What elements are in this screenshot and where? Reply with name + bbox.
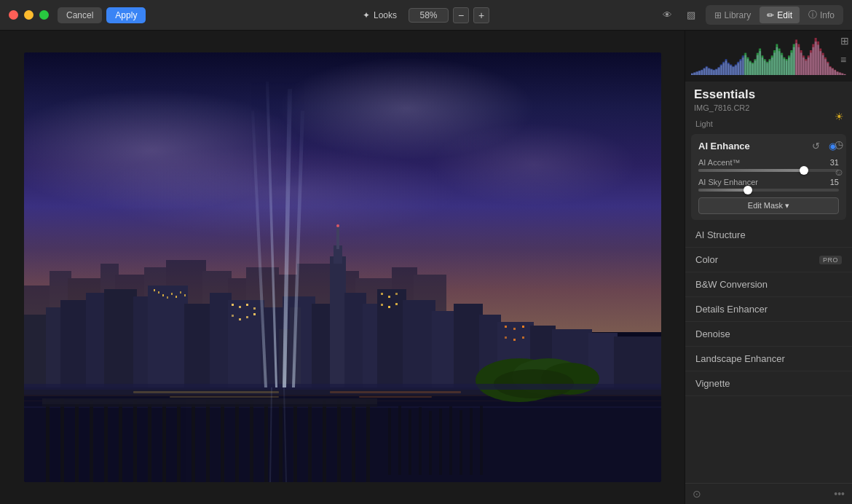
svg-rect-32 bbox=[167, 296, 168, 299]
apply-button[interactable]: Apply bbox=[106, 7, 146, 23]
ai-sky-label: AI Sky Enhancer bbox=[698, 178, 758, 186]
svg-rect-130 bbox=[359, 396, 432, 398]
panel-footer: ⊙ ••• bbox=[685, 483, 852, 504]
info-tab[interactable]: ⓘ Info bbox=[801, 7, 842, 23]
svg-rect-98 bbox=[162, 401, 166, 482]
ai-sky-fill bbox=[698, 189, 748, 192]
svg-rect-107 bbox=[293, 405, 297, 482]
preview-toggle-button[interactable]: 👁 bbox=[658, 7, 677, 23]
svg-rect-47 bbox=[253, 313, 256, 315]
edit-tab[interactable]: ✏ Edit bbox=[760, 7, 800, 23]
svg-rect-60 bbox=[381, 293, 383, 295]
ai-sky-thumb[interactable] bbox=[743, 186, 752, 194]
svg-rect-34 bbox=[175, 296, 177, 298]
zoom-out-button[interactable]: − bbox=[453, 7, 469, 23]
essentials-title: Essentials bbox=[694, 87, 843, 102]
svg-rect-85 bbox=[24, 384, 661, 390]
svg-rect-53 bbox=[330, 256, 346, 387]
ai-structure-section[interactable]: AI Structure bbox=[685, 223, 852, 248]
svg-rect-119 bbox=[429, 411, 432, 475]
denoise-section[interactable]: Denoise bbox=[685, 322, 852, 347]
brush-icon: ✦ bbox=[363, 10, 370, 20]
ai-accent-thumb[interactable] bbox=[800, 166, 808, 175]
svg-rect-117 bbox=[409, 409, 411, 475]
details-enhancer-section[interactable]: Details Enhancer bbox=[685, 297, 852, 322]
svg-rect-102 bbox=[221, 404, 224, 482]
svg-rect-36 bbox=[184, 294, 186, 296]
svg-rect-96 bbox=[133, 400, 137, 482]
filename-label: IMG_7816.CR2 bbox=[694, 103, 843, 112]
svg-rect-79 bbox=[513, 339, 516, 341]
vignette-section[interactable]: Vignette bbox=[685, 371, 852, 396]
face-tool-icon[interactable]: ☺ bbox=[830, 163, 848, 181]
mode-tab-group: ⊞ Library ✏ Edit ⓘ Info bbox=[706, 5, 843, 25]
svg-rect-109 bbox=[323, 401, 326, 482]
edit-mask-button[interactable]: Edit Mask ▾ bbox=[698, 197, 839, 214]
svg-rect-100 bbox=[192, 403, 195, 482]
ai-enhance-panel: AI Enhance ↺ ◉ AI Accent™ 31 bbox=[691, 134, 846, 220]
layers-icon[interactable]: ⊞ bbox=[840, 35, 849, 47]
svg-rect-95 bbox=[119, 402, 122, 482]
landscape-enhancer-label: Landscape Enhancer bbox=[695, 353, 785, 364]
panel-header: Essentials IMG_7816.CR2 bbox=[685, 82, 852, 115]
svg-rect-112 bbox=[366, 400, 370, 482]
right-panel: ⊞ ≡ Essentials IMG_7816.CR2 ☀ ◷ ☺ Light … bbox=[685, 31, 852, 504]
more-options-icon[interactable]: ••• bbox=[834, 488, 845, 500]
ai-enhance-header: AI Enhance ↺ ◉ bbox=[698, 140, 839, 152]
svg-rect-108 bbox=[308, 403, 312, 482]
svg-rect-77 bbox=[522, 326, 524, 328]
library-tab[interactable]: ⊞ Library bbox=[707, 7, 759, 23]
main-content: ⊞ ≡ Essentials IMG_7816.CR2 ☀ ◷ ☺ Light … bbox=[0, 31, 852, 504]
close-button[interactable] bbox=[9, 10, 18, 20]
edit-icon: ✏ bbox=[767, 10, 774, 20]
clock-tool-icon[interactable]: ◷ bbox=[830, 135, 848, 153]
svg-rect-97 bbox=[148, 403, 151, 482]
color-section[interactable]: Color PRO bbox=[685, 248, 852, 272]
denoise-label: Denoise bbox=[695, 328, 730, 339]
landscape-enhancer-section[interactable]: Landscape Enhancer bbox=[685, 347, 852, 371]
ai-accent-track[interactable] bbox=[698, 169, 839, 172]
svg-rect-42 bbox=[246, 304, 248, 306]
zoom-in-button[interactable]: + bbox=[473, 7, 489, 23]
svg-rect-103 bbox=[235, 402, 239, 482]
ai-sky-slider-row: AI Sky Enhancer 15 bbox=[698, 178, 839, 192]
zoom-control: 58% − + bbox=[409, 7, 489, 23]
svg-rect-29 bbox=[154, 289, 155, 291]
svg-rect-118 bbox=[419, 407, 422, 475]
svg-rect-33 bbox=[171, 293, 173, 295]
svg-rect-40 bbox=[232, 304, 234, 306]
minimize-button[interactable] bbox=[24, 10, 33, 20]
svg-rect-78 bbox=[505, 336, 507, 339]
bw-label: B&W Conversion bbox=[695, 279, 768, 290]
fullscreen-button[interactable] bbox=[39, 10, 49, 20]
svg-rect-121 bbox=[449, 406, 452, 475]
looks-button[interactable]: ✦ Looks bbox=[363, 10, 397, 20]
reset-button[interactable]: ↺ bbox=[810, 140, 822, 152]
svg-rect-35 bbox=[180, 291, 181, 294]
history-icon[interactable]: ⊙ bbox=[693, 488, 701, 500]
pro-badge: PRO bbox=[819, 256, 842, 264]
svg-rect-30 bbox=[158, 291, 159, 294]
ai-accent-slider-row: AI Accent™ 31 bbox=[698, 158, 839, 172]
titlebar-center: ✦ Looks 58% − + bbox=[363, 7, 489, 23]
sun-tool-icon[interactable]: ☀ bbox=[830, 108, 848, 125]
svg-rect-22 bbox=[24, 315, 50, 387]
sliders-icon[interactable]: ≡ bbox=[840, 54, 849, 66]
split-view-button[interactable]: ▨ bbox=[682, 7, 700, 23]
svg-rect-63 bbox=[381, 304, 383, 306]
svg-rect-39 bbox=[228, 300, 264, 387]
vignette-label: Vignette bbox=[695, 378, 730, 389]
svg-rect-61 bbox=[388, 296, 390, 298]
svg-rect-31 bbox=[162, 294, 164, 296]
svg-rect-93 bbox=[90, 401, 93, 482]
cancel-button[interactable]: Cancel bbox=[58, 7, 102, 23]
ai-sky-track[interactable] bbox=[698, 189, 839, 192]
ai-structure-label: AI Structure bbox=[695, 229, 746, 240]
titlebar-right: 👁 ▨ ⊞ Library ✏ Edit ⓘ Info bbox=[658, 5, 843, 25]
svg-rect-111 bbox=[352, 402, 355, 482]
eye-icon: 👁 bbox=[663, 9, 672, 20]
zoom-display[interactable]: 58% bbox=[409, 8, 449, 23]
svg-rect-90 bbox=[46, 402, 50, 482]
svg-rect-37 bbox=[184, 304, 213, 387]
bw-section[interactable]: B&W Conversion bbox=[685, 272, 852, 297]
